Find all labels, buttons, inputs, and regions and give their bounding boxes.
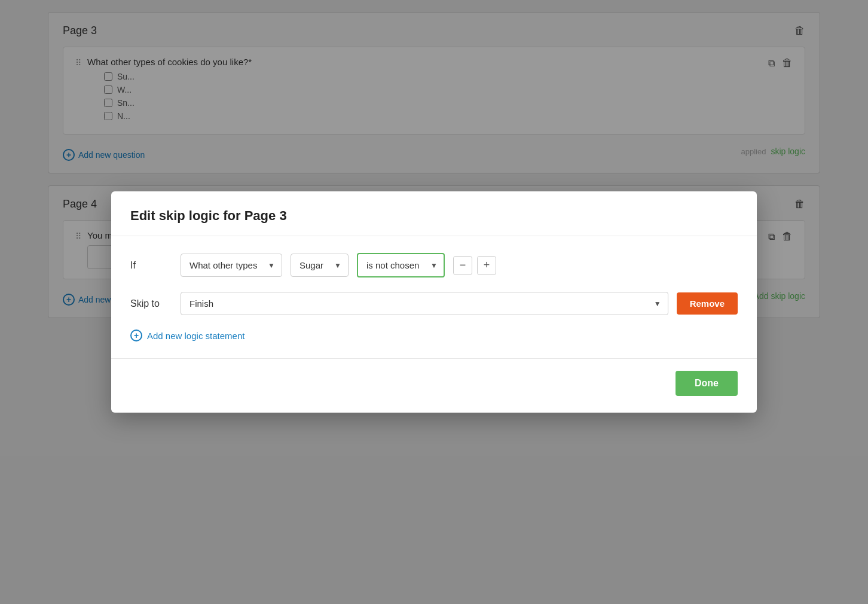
logic-actions: − +	[453, 256, 496, 275]
add-condition-button[interactable]: +	[477, 256, 496, 275]
done-button[interactable]: Done	[676, 371, 738, 396]
skip-destination-wrapper: Finish Page 1 Page 2 Page 3 ▼	[181, 292, 668, 315]
condition-operator-wrapper: is not chosen is chosen ▼	[357, 253, 445, 277]
remove-condition-button[interactable]: −	[453, 256, 472, 275]
modal-body: If What other types ▼ Sugar ▼	[111, 236, 757, 358]
modal-header: Edit skip logic for Page 3	[111, 191, 757, 236]
skip-destination-select[interactable]: Finish Page 1 Page 2 Page 3	[181, 292, 668, 315]
add-logic-link[interactable]: + Add new logic statement	[130, 330, 738, 341]
remove-button[interactable]: Remove	[677, 292, 738, 315]
if-logic-row: If What other types ▼ Sugar ▼	[130, 253, 738, 277]
condition-answer-select[interactable]: Sugar	[291, 254, 349, 277]
modal-footer: Done	[111, 358, 757, 413]
condition-question-wrapper: What other types ▼	[181, 254, 282, 277]
add-logic-label: Add new logic statement	[147, 331, 244, 341]
edit-skip-logic-modal: Edit skip logic for Page 3 If What other…	[111, 191, 757, 413]
add-logic-plus-icon: +	[130, 330, 142, 341]
skip-to-row: Skip to Finish Page 1 Page 2 Page 3 ▼ Re…	[130, 292, 738, 315]
if-label: If	[130, 260, 172, 271]
modal-title: Edit skip logic for Page 3	[130, 208, 738, 224]
modal-overlay: Edit skip logic for Page 3 If What other…	[0, 0, 868, 604]
condition-answer-wrapper: Sugar ▼	[291, 254, 349, 277]
condition-question-select[interactable]: What other types	[181, 254, 282, 277]
skip-to-label: Skip to	[130, 298, 172, 309]
condition-operator-select[interactable]: is not chosen is chosen	[357, 253, 445, 277]
